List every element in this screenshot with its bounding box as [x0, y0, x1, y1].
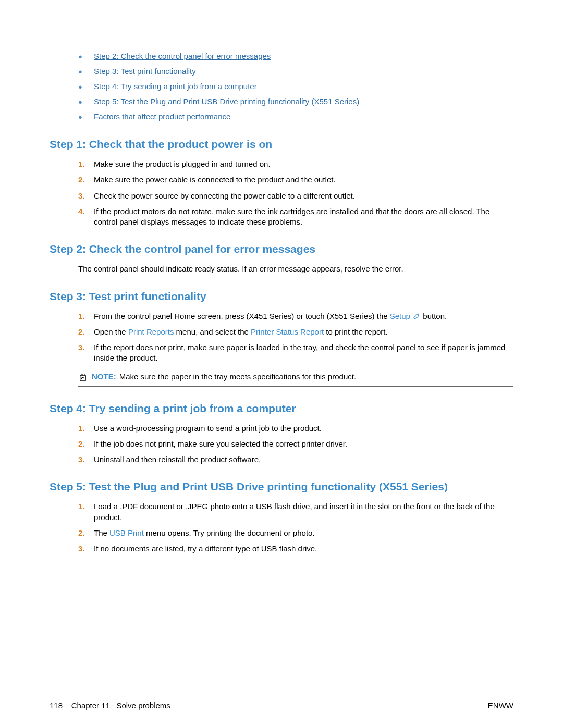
- list-number: 3.: [78, 342, 94, 353]
- toc-link[interactable]: Step 2: Check the control panel for erro…: [94, 52, 271, 60]
- list-number: 1.: [78, 159, 94, 169]
- toc-item: ● Step 4: Try sending a print job from a…: [78, 82, 513, 92]
- bullet-icon: ●: [78, 82, 94, 92]
- list-text: If the product motors do not rotate, mak…: [94, 206, 513, 228]
- chapter-title: Solve problems: [116, 701, 170, 710]
- toc-link[interactable]: Step 4: Try sending a print job from a c…: [94, 82, 257, 91]
- note-label: NOTE:: [92, 372, 116, 381]
- note-box: NOTE:Make sure the paper in the tray mee…: [78, 369, 513, 387]
- note-body: Make sure the paper in the tray meets sp…: [119, 372, 356, 381]
- list-item: 1.Make sure the product is plugged in an…: [78, 159, 513, 169]
- list-item: 3.Uninstall and then reinstall the produ…: [78, 454, 513, 465]
- bullet-icon: ●: [78, 52, 94, 62]
- bullet-icon: ●: [78, 112, 94, 122]
- list-text: Make sure the power cable is connected t…: [94, 175, 513, 185]
- text-fragment: menu, and select the: [174, 327, 251, 336]
- toc-link[interactable]: Step 5: Test the Plug and Print USB Driv…: [94, 97, 359, 106]
- ui-term-usb-print: USB Print: [109, 528, 144, 537]
- ui-term-setup: Setup: [390, 312, 410, 320]
- list-item: 1.Load a .PDF document or .JPEG photo on…: [78, 501, 513, 523]
- list-item: 2. Open the Print Reports menu, and sele…: [78, 327, 513, 337]
- list-item: 1. From the control panel Home screen, p…: [78, 311, 513, 322]
- toc: ● Step 2: Check the control panel for er…: [78, 52, 513, 122]
- text-fragment: From the control panel Home screen, pres…: [94, 312, 390, 320]
- heading-step3: Step 3: Test print functionality: [50, 290, 513, 303]
- list-number: 3.: [78, 454, 94, 465]
- list-text: Open the Print Reports menu, and select …: [94, 327, 513, 337]
- list-number: 1.: [78, 423, 94, 434]
- list-item: 2.Make sure the power cable is connected…: [78, 175, 513, 185]
- list-number: 3.: [78, 191, 94, 201]
- heading-step2: Step 2: Check the control panel for erro…: [50, 243, 513, 255]
- list-item: 1.Use a word-processing program to send …: [78, 423, 513, 434]
- ui-term-print-reports: Print Reports: [128, 327, 174, 336]
- bullet-icon: ●: [78, 97, 94, 107]
- list-item: 2. The USB Print menu opens. Try printin…: [78, 528, 513, 538]
- list-text: Load a .PDF document or .JPEG photo onto…: [94, 501, 513, 523]
- list-text: Uninstall and then reinstall the product…: [94, 454, 513, 465]
- text-fragment: button.: [421, 312, 447, 320]
- chapter-label: Chapter 11: [71, 701, 110, 710]
- ui-term-printer-status-report: Printer Status Report: [251, 327, 324, 336]
- list-item: 3.Check the power source by connecting t…: [78, 191, 513, 201]
- list-number: 1.: [78, 311, 94, 322]
- page-footer: 118 Chapter 11 Solve problems ENWW: [50, 701, 513, 710]
- toc-item: ● Step 2: Check the control panel for er…: [78, 52, 513, 62]
- heading-step1: Step 1: Check that the product power is …: [50, 138, 513, 151]
- page: ● Step 2: Check the control panel for er…: [0, 0, 563, 728]
- list-number: 2.: [78, 528, 94, 538]
- text-fragment: menu opens. Try printing the document or…: [144, 528, 315, 537]
- toc-link[interactable]: Step 3: Test print functionality: [94, 67, 196, 76]
- wrench-icon: [412, 313, 421, 320]
- heading-step5: Step 5: Test the Plug and Print USB Driv…: [50, 480, 513, 493]
- note-icon: [78, 372, 92, 384]
- list-item: 2.If the job does not print, make sure y…: [78, 439, 513, 449]
- step4-list: 1.Use a word-processing program to send …: [78, 423, 513, 465]
- text-fragment: The: [94, 528, 109, 537]
- list-number: 1.: [78, 501, 94, 512]
- page-number: 118: [50, 701, 63, 710]
- list-text: If the report does not print, make sure …: [94, 342, 513, 364]
- note-text: NOTE:Make sure the paper in the tray mee…: [92, 372, 513, 381]
- list-text: If no documents are listed, try a differ…: [94, 544, 513, 554]
- list-number: 4.: [78, 206, 94, 217]
- toc-item: ● Step 3: Test print functionality: [78, 67, 513, 77]
- text-fragment: Open the: [94, 327, 128, 336]
- step1-list: 1.Make sure the product is plugged in an…: [78, 159, 513, 227]
- footer-left: 118 Chapter 11 Solve problems: [50, 701, 170, 710]
- heading-step4: Step 4: Try sending a print job from a c…: [50, 402, 513, 415]
- svg-rect-0: [80, 375, 86, 381]
- list-item: 3.If no documents are listed, try a diff…: [78, 544, 513, 554]
- list-item: 3. If the report does not print, make su…: [78, 342, 513, 364]
- list-item: 4.If the product motors do not rotate, m…: [78, 206, 513, 228]
- step5-list: 1.Load a .PDF document or .JPEG photo on…: [78, 501, 513, 554]
- step2-body: The control panel should indicate ready …: [78, 264, 513, 274]
- list-number: 3.: [78, 544, 94, 554]
- step3-list: 1. From the control panel Home screen, p…: [78, 311, 513, 364]
- list-text: Use a word-processing program to send a …: [94, 423, 513, 434]
- toc-item: ● Factors that affect product performanc…: [78, 112, 513, 122]
- toc-link[interactable]: Factors that affect product performance: [94, 112, 230, 121]
- list-number: 2.: [78, 439, 94, 449]
- list-text: If the job does not print, make sure you…: [94, 439, 513, 449]
- list-text: From the control panel Home screen, pres…: [94, 311, 513, 322]
- list-number: 2.: [78, 175, 94, 185]
- footer-right: ENWW: [488, 701, 513, 710]
- bullet-icon: ●: [78, 67, 94, 77]
- list-text: Check the power source by connecting the…: [94, 191, 513, 201]
- list-number: 2.: [78, 327, 94, 337]
- toc-item: ● Step 5: Test the Plug and Print USB Dr…: [78, 97, 513, 107]
- list-text: Make sure the product is plugged in and …: [94, 159, 513, 169]
- list-text: The USB Print menu opens. Try printing t…: [94, 528, 513, 538]
- text-fragment: to print the report.: [324, 327, 388, 336]
